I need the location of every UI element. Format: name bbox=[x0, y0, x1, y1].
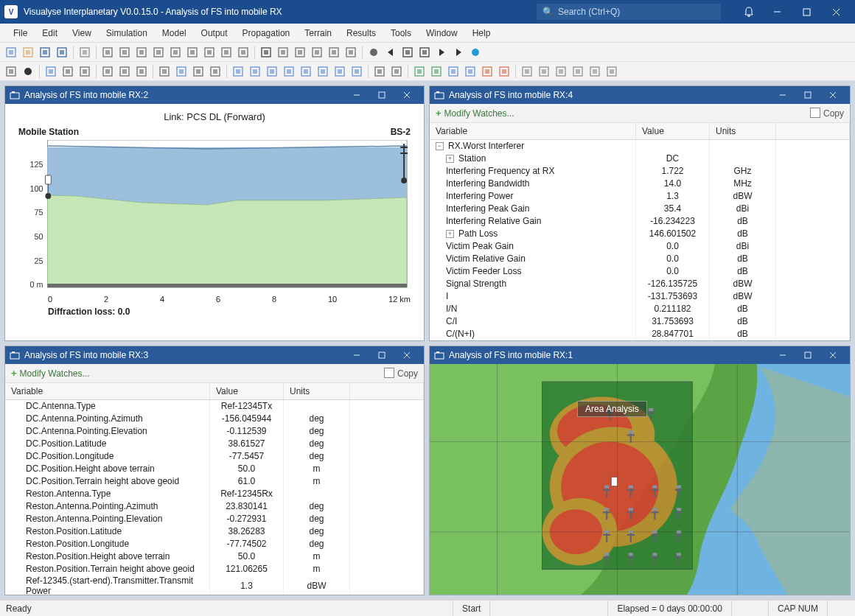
table-row[interactable]: +Advantages bbox=[430, 340, 850, 340]
save-icon[interactable] bbox=[37, 44, 53, 60]
save-as-icon[interactable] bbox=[54, 44, 70, 60]
table-row[interactable]: Interfering Peak Gain35.4dBi bbox=[430, 202, 850, 214]
panel-close-button[interactable] bbox=[820, 88, 845, 102]
menu-propagation[interactable]: Propagation bbox=[235, 26, 298, 41]
tool-f-icon[interactable] bbox=[604, 63, 620, 80]
panel-minimize-button[interactable] bbox=[770, 349, 795, 362]
panel-chart-title[interactable]: Analysis of FS into mobile RX:2 bbox=[5, 86, 424, 104]
station-5-icon[interactable] bbox=[298, 63, 314, 80]
expander-icon[interactable]: + bbox=[446, 155, 454, 163]
menu-output[interactable]: Output bbox=[194, 26, 235, 41]
results-icon[interactable] bbox=[388, 63, 405, 80]
view-spectrum-icon[interactable] bbox=[235, 44, 251, 60]
panel-table-scroll[interactable]: Variable Value Units −RX.Worst Interfere… bbox=[430, 123, 850, 340]
panel-maximize-button[interactable] bbox=[795, 349, 820, 362]
pan-icon[interactable] bbox=[343, 44, 359, 60]
table-row[interactable]: Ref-12345.(start-end).Transmitter.Transm… bbox=[5, 575, 424, 595]
modify-watches-link[interactable]: Modify Watches... bbox=[444, 108, 514, 119]
table-row[interactable]: DC.Position.Height above terrain50.0m bbox=[5, 462, 424, 475]
network-icon[interactable] bbox=[156, 63, 172, 80]
station-7-icon[interactable] bbox=[332, 63, 348, 80]
step-back-icon[interactable] bbox=[383, 44, 399, 60]
table-row[interactable]: Reston.Antenna.TypeRef-12345Rx bbox=[5, 487, 424, 500]
route-icon[interactable] bbox=[190, 63, 206, 80]
menu-help[interactable]: Help bbox=[465, 26, 498, 41]
add-node-icon[interactable] bbox=[173, 63, 189, 80]
panel-map-title[interactable]: Analysis of FS into mobile RX:1 bbox=[430, 346, 850, 364]
timeline-icon[interactable] bbox=[100, 63, 116, 80]
layer-2-icon[interactable] bbox=[428, 63, 444, 80]
table-row[interactable]: +StationDC bbox=[430, 152, 850, 164]
table-row[interactable]: Reston.Position.Latitude38.26283deg bbox=[5, 525, 424, 537]
table-row[interactable]: Interfering Bandwidth14.0MHz bbox=[430, 177, 850, 189]
map-canvas[interactable]: Area Analysis bbox=[430, 364, 850, 595]
menu-window[interactable]: Window bbox=[419, 26, 465, 41]
view-map-icon[interactable] bbox=[133, 44, 150, 60]
minimize-button[interactable] bbox=[762, 0, 792, 24]
plus-icon[interactable]: + bbox=[436, 108, 442, 119]
table-row[interactable]: DC.Antenna.Pointing.Elevation-0.112539de… bbox=[5, 424, 424, 437]
station-3-icon[interactable] bbox=[264, 63, 280, 80]
table-row[interactable]: Reston.Position.Height above terrain50.0… bbox=[5, 550, 424, 562]
layer-1-icon[interactable] bbox=[411, 63, 427, 80]
zoom-fit-icon[interactable] bbox=[326, 44, 342, 60]
col-variable[interactable]: Variable bbox=[430, 123, 636, 139]
modify-watches-link[interactable]: Modify Watches... bbox=[20, 368, 90, 379]
table-row[interactable]: Signal Strength-126.135725dBW bbox=[430, 277, 850, 290]
panel-minimize-button[interactable] bbox=[770, 88, 795, 102]
copy-button[interactable]: Copy bbox=[812, 108, 844, 119]
table-row[interactable]: DC.Position.Longitude-77.5457deg bbox=[5, 449, 424, 462]
notifications-icon[interactable] bbox=[736, 0, 762, 24]
panel-minimize-button[interactable] bbox=[344, 349, 369, 362]
panel-watch-4-title[interactable]: Analysis of FS into mobile RX:4 bbox=[430, 86, 850, 104]
select-icon[interactable] bbox=[275, 44, 291, 60]
view-2d-icon[interactable] bbox=[100, 44, 116, 60]
grid-icon[interactable] bbox=[43, 63, 59, 80]
node-icon[interactable] bbox=[60, 63, 76, 80]
tool-a-icon[interactable] bbox=[519, 63, 535, 80]
segment-icon[interactable] bbox=[133, 63, 150, 80]
panel-close-button[interactable] bbox=[820, 349, 845, 362]
table-row[interactable]: Reston.Position.Longitude-77.74502deg bbox=[5, 537, 424, 550]
panel-close-button[interactable] bbox=[394, 349, 419, 362]
clock-icon[interactable] bbox=[366, 44, 382, 60]
view-coverage-icon[interactable] bbox=[218, 44, 234, 60]
view-table-icon[interactable] bbox=[184, 44, 200, 60]
maximize-button[interactable] bbox=[792, 0, 821, 24]
play-icon[interactable] bbox=[433, 44, 450, 60]
zoom-in-icon[interactable] bbox=[292, 44, 308, 60]
pause-icon[interactable] bbox=[416, 44, 433, 60]
tool-b-icon[interactable] bbox=[536, 63, 552, 80]
variable-x-icon[interactable] bbox=[207, 63, 223, 80]
table-row[interactable]: Interfering Power1.3dBW bbox=[430, 189, 850, 202]
table-row[interactable]: Interfering Frequency at RX1.722GHz bbox=[430, 164, 850, 177]
station-6-icon[interactable] bbox=[315, 63, 331, 80]
table-row[interactable]: −RX.Worst Interferer bbox=[430, 139, 850, 152]
table-row[interactable]: +Path Loss146.601502dB bbox=[430, 227, 850, 239]
station-1-icon[interactable] bbox=[230, 63, 246, 80]
layer-3-icon[interactable] bbox=[445, 63, 461, 80]
table-row[interactable]: C/(N+I)28.847701dB bbox=[430, 327, 850, 340]
table-row[interactable]: Victim Peak Gain0.0dBi bbox=[430, 239, 850, 252]
menu-model[interactable]: Model bbox=[155, 26, 194, 41]
col-units[interactable]: Units bbox=[284, 383, 350, 399]
plus-icon[interactable]: + bbox=[11, 368, 17, 379]
view-terrain-icon[interactable] bbox=[150, 44, 167, 60]
pointer-icon[interactable] bbox=[258, 44, 274, 60]
menu-tools[interactable]: Tools bbox=[383, 26, 419, 41]
tool-e-icon[interactable] bbox=[587, 63, 603, 80]
table-row[interactable]: Reston.Position.Terrain height above geo… bbox=[5, 562, 424, 575]
menu-results[interactable]: Results bbox=[339, 26, 383, 41]
open-file-icon[interactable] bbox=[20, 44, 36, 60]
antenna-icon[interactable] bbox=[3, 63, 19, 80]
panel-table-scroll[interactable]: Variable Value Units DC.Antenna.TypeRef-… bbox=[5, 383, 424, 595]
col-units[interactable]: Units bbox=[710, 123, 776, 139]
panel-minimize-button[interactable] bbox=[344, 88, 369, 102]
layer-4-icon[interactable] bbox=[462, 63, 478, 80]
menu-simulation[interactable]: Simulation bbox=[99, 26, 155, 41]
view-polar-icon[interactable] bbox=[167, 44, 184, 60]
tool-c-icon[interactable] bbox=[553, 63, 569, 80]
panel-maximize-button[interactable] bbox=[369, 88, 394, 102]
station-2-icon[interactable] bbox=[247, 63, 263, 80]
station-4-icon[interactable] bbox=[281, 63, 297, 80]
